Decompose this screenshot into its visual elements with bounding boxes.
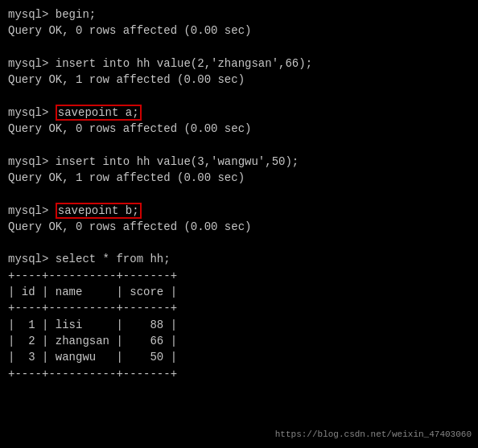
terminal-output-line: Query OK, 0 rows affected (0.00 sec) — [8, 219, 470, 235]
table-border: +----+----------+-------+ — [8, 300, 470, 316]
savepoint-highlight: savepoint b; — [56, 203, 142, 219]
savepoint-highlight: savepoint a; — [56, 105, 142, 121]
terminal-output-line: Query OK, 1 row affected (0.00 sec) — [8, 72, 470, 88]
table-row: | id | name | score | — [8, 284, 470, 300]
terminal-highlight-line: mysql> savepoint b; — [8, 203, 470, 219]
table-border: +----+----------+-------+ — [8, 268, 470, 284]
terminal-output-line: Query OK, 1 row affected (0.00 sec) — [8, 170, 470, 186]
empty-line — [8, 39, 470, 55]
watermark: https://blog.csdn.net/weixin_47403060 — [275, 429, 472, 442]
table-border: +----+----------+-------+ — [8, 366, 470, 382]
terminal-output: mysql> begin;Query OK, 0 rows affected (… — [8, 6, 470, 382]
table-row: | 3 | wangwu | 50 | — [8, 349, 470, 365]
terminal-line: mysql> insert into hh value(2,'zhangsan'… — [8, 55, 470, 72]
terminal-line: mysql> begin; — [8, 6, 470, 23]
terminal-line: mysql> select * from hh; — [8, 251, 470, 267]
terminal-output-line: Query OK, 0 rows affected (0.00 sec) — [8, 121, 470, 137]
table-row: | 2 | zhangsan | 66 | — [8, 333, 470, 349]
empty-line — [8, 88, 470, 104]
empty-line — [8, 235, 470, 251]
terminal-highlight-line: mysql> savepoint a; — [8, 105, 470, 121]
empty-line — [8, 137, 470, 153]
terminal-line: mysql> insert into hh value(3,'wangwu',5… — [8, 154, 470, 170]
terminal-output-line: Query OK, 0 rows affected (0.00 sec) — [8, 23, 470, 39]
empty-line — [8, 186, 470, 202]
table-row: | 1 | lisi | 88 | — [8, 317, 470, 333]
